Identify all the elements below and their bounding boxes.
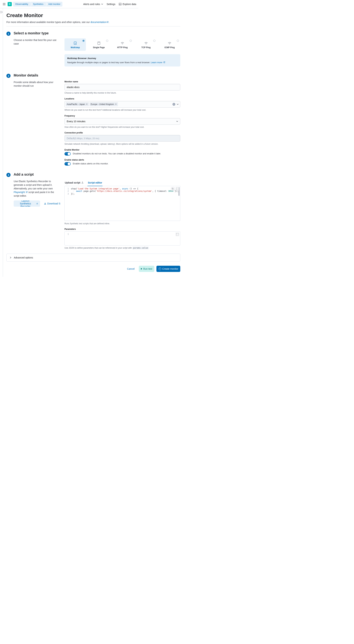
clear-all-button[interactable]: ✕ bbox=[172, 103, 175, 106]
code-token: async bbox=[122, 188, 128, 190]
monitor-type-callout: Multistep Browser Journey Navigate throu… bbox=[65, 54, 180, 66]
radio-icon bbox=[177, 40, 179, 42]
learn-more-text: Learn more bbox=[151, 61, 162, 64]
documentation-link[interactable]: documentation bbox=[90, 21, 109, 24]
tag-text: Europe - United Kingdom bbox=[91, 103, 114, 106]
launch-btn-text: Launch Synthetics Recorder bbox=[16, 200, 35, 207]
fullscreen-button[interactable] bbox=[175, 232, 179, 236]
menu-button[interactable] bbox=[2, 2, 6, 6]
script-editor[interactable]: 1step('Load the System integration page'… bbox=[65, 186, 180, 221]
type-label: HTTP Ping bbox=[117, 46, 128, 49]
playwright-link[interactable]: Playwright bbox=[14, 191, 28, 194]
parameters-help: Use JSON to define parameters that can b… bbox=[65, 246, 180, 250]
alerts-and-rules-menu[interactable]: Alerts and rules bbox=[83, 3, 103, 6]
type-label: Single Page bbox=[93, 46, 105, 49]
play-icon bbox=[141, 268, 142, 270]
code-token: , { timeout: bbox=[152, 190, 168, 192]
svg-point-4 bbox=[122, 44, 123, 44]
launch-recorder-button[interactable]: Launch Synthetics Recorder bbox=[14, 200, 40, 207]
fullscreen-button[interactable] bbox=[175, 187, 179, 190]
callout-title: Multistep Browser Journey bbox=[67, 57, 178, 60]
conn-sub: (5 Mbps, 3 Mbps, 20 ms) bbox=[74, 137, 99, 140]
advanced-options-accordion[interactable]: Advanced options bbox=[7, 254, 180, 262]
download-script-button[interactable]: Download S bbox=[42, 200, 61, 207]
alerts-label: Alerts and rules bbox=[83, 3, 100, 6]
locations-combobox[interactable]: Asia/Pacific - Japan✕ Europe - United Ki… bbox=[65, 101, 180, 108]
create-monitor-button[interactable]: + Create monitor bbox=[156, 266, 181, 272]
parameters-editor[interactable]: 1 bbox=[65, 231, 180, 246]
expand-sidebar-button[interactable] bbox=[0, 11, 3, 14]
locations-help: Where do you want to run this test from?… bbox=[65, 108, 180, 112]
chevron-right-icon bbox=[9, 256, 12, 259]
monitor-name-input[interactable] bbox=[65, 84, 180, 90]
frequency-select[interactable] bbox=[65, 118, 180, 125]
wifi-icon bbox=[144, 42, 148, 45]
frequency-help: How often do you want to run this test? … bbox=[65, 126, 180, 129]
monitor-type-http-ping[interactable]: HTTP Ping bbox=[112, 38, 133, 51]
type-label: Multistep bbox=[71, 46, 80, 49]
breadcrumb-synthetics[interactable]: Synthetics bbox=[30, 2, 46, 6]
step-1-title: Select a monitor type bbox=[14, 31, 180, 35]
tag-text: Asia/Pacific - Japan bbox=[67, 103, 85, 106]
tab-script-editor[interactable]: Script editor bbox=[87, 180, 102, 186]
external-link-icon bbox=[26, 191, 28, 193]
enable-alerts-label: Enable status alerts bbox=[65, 159, 180, 161]
breadcrumb: Observability Synthetics Add monitor bbox=[13, 2, 62, 6]
monitor-type-tcp-ping[interactable]: TCP Ping bbox=[135, 38, 157, 51]
connection-profile-label: Connection profile bbox=[65, 132, 180, 134]
code-token: () => { bbox=[128, 188, 138, 190]
cancel-button[interactable]: Cancel bbox=[125, 266, 137, 272]
enable-monitor-toggle[interactable] bbox=[65, 152, 71, 156]
beaker-icon bbox=[81, 182, 84, 184]
remove-tag-button[interactable]: ✕ bbox=[86, 103, 88, 106]
single-page-icon bbox=[97, 42, 101, 45]
location-tag: Europe - United Kingdom✕ bbox=[90, 102, 118, 106]
step-2-badge: 2 bbox=[7, 74, 11, 78]
monitor-name-help: Choose a name to help identify this moni… bbox=[65, 92, 180, 94]
monitor-type-icmp-ping[interactable]: ICMP Ping bbox=[159, 38, 180, 51]
enable-alerts-text: Enable status alerts on this monitor. bbox=[73, 162, 108, 165]
external-link-icon bbox=[37, 202, 38, 205]
enable-monitor-label: Enable Monitor bbox=[65, 149, 180, 151]
remove-tag-button[interactable]: ✕ bbox=[115, 103, 117, 106]
page-intro: For more information about available mon… bbox=[7, 21, 180, 24]
external-link-icon bbox=[163, 61, 165, 63]
desc-text: Use Elastic Synthetics Recorder to gener… bbox=[14, 180, 53, 190]
run-btn-text: Run test bbox=[143, 268, 152, 270]
avatar[interactable]: D bbox=[8, 2, 12, 6]
monitor-name-label: Monitor name bbox=[65, 80, 180, 83]
multistep-icon bbox=[73, 42, 77, 45]
create-btn-text: Create monitor bbox=[162, 268, 179, 270]
page-title: Create Monitor bbox=[7, 12, 180, 18]
connection-profile-select: Default (5 Mbps, 3 Mbps, 20 ms) bbox=[65, 135, 180, 142]
copy-button[interactable] bbox=[171, 187, 174, 190]
params-help-code: params.value bbox=[132, 246, 149, 249]
monitor-type-multistep[interactable]: Multistep bbox=[65, 38, 86, 51]
conn-main: Default bbox=[67, 137, 74, 140]
playwright-text: Playwright bbox=[14, 191, 25, 194]
radio-icon bbox=[130, 40, 132, 42]
code-token: }); bbox=[71, 193, 180, 195]
tab-upload-script[interactable]: Upload script bbox=[65, 180, 84, 186]
svg-point-5 bbox=[146, 44, 146, 44]
run-test-button[interactable]: Run test bbox=[139, 266, 154, 272]
tab-label: Script editor bbox=[88, 181, 102, 184]
code-token: step( bbox=[71, 188, 77, 190]
breadcrumb-observability[interactable]: Observability bbox=[13, 2, 30, 6]
intro-suffix: . bbox=[109, 21, 109, 24]
radio-icon bbox=[106, 40, 108, 42]
locations-label: Locations bbox=[65, 98, 180, 100]
code-token: , bbox=[120, 188, 122, 190]
explore-data-link[interactable]: Explore data bbox=[119, 3, 136, 6]
step-1-description: Choose a monitor that best fits your use… bbox=[14, 38, 60, 66]
code-token: await bbox=[76, 190, 82, 192]
code-token: 'Load the System integration page' bbox=[77, 188, 120, 190]
step-3-title: Add a script bbox=[14, 172, 180, 176]
wifi-icon bbox=[168, 42, 171, 45]
parameters-label: Parameters bbox=[65, 228, 180, 230]
settings-link[interactable]: Settings bbox=[107, 3, 115, 6]
learn-more-link[interactable]: Learn more bbox=[151, 61, 165, 64]
enable-alerts-toggle[interactable] bbox=[65, 162, 71, 166]
monitor-type-single-page[interactable]: Single Page bbox=[88, 38, 109, 51]
breadcrumb-add-monitor[interactable]: Add monitor bbox=[46, 2, 62, 6]
